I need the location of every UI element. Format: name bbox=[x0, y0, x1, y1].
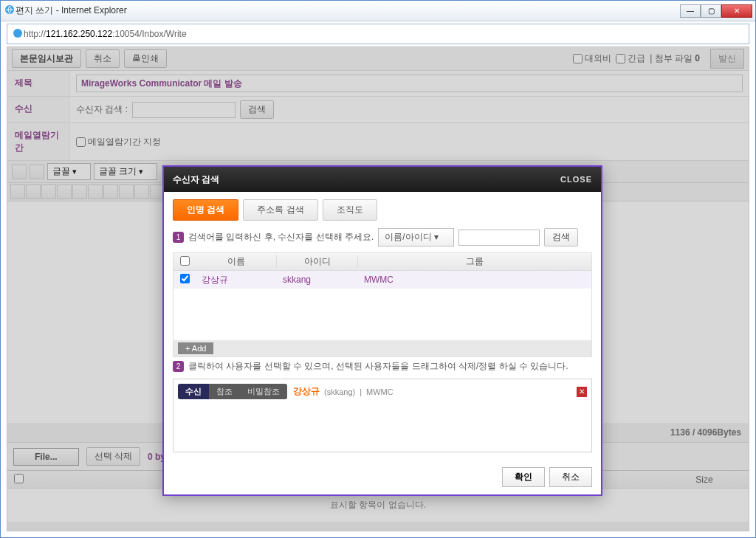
step-1-row: 1 검색어를 입력하신 후, 수신자를 선택해 주세요. 이름/아이디 ▾ 검색 bbox=[173, 228, 592, 246]
modal-header: 수신자 검색 CLOSE bbox=[164, 167, 601, 192]
col-group: 그룹 bbox=[358, 255, 591, 268]
sel-name: 강상규 bbox=[293, 385, 320, 398]
sel-group: MWMC bbox=[366, 387, 394, 396]
search-tabs: 인명 검색 주소록 검색 조직도 bbox=[173, 199, 592, 221]
url-path: :10054/Inbox/Write bbox=[112, 29, 187, 39]
tab-to[interactable]: 수신 bbox=[178, 384, 209, 399]
url-text: http://121.162.250.122:10054/Inbox/Write bbox=[24, 29, 187, 39]
row-checkbox[interactable] bbox=[180, 274, 190, 283]
tab-org-chart[interactable]: 조직도 bbox=[323, 199, 377, 221]
search-keyword-input[interactable] bbox=[458, 230, 540, 246]
selected-recipient[interactable]: 강상규 (skkang) | MWMC bbox=[293, 385, 394, 398]
selected-area: 수신 참조 비밀참조 강상규 (skkang) | MWMC ✕ bbox=[173, 379, 592, 452]
step-2-badge: 2 bbox=[173, 361, 184, 372]
step-2-text: 클릭하여 사용자를 선택할 수 있으며, 선택된 사용자들을 드래그하여 삭제/… bbox=[188, 360, 568, 373]
recipient-search-modal: 수신자 검색 CLOSE 인명 검색 주소록 검색 조직도 1 검색어를 입력하… bbox=[162, 165, 602, 496]
search-type-select[interactable]: 이름/아이디 ▾ bbox=[378, 228, 454, 246]
recipient-type-tabs: 수신 참조 비밀참조 bbox=[178, 384, 287, 399]
maximize-button[interactable]: ▢ bbox=[701, 4, 721, 18]
table-row[interactable]: 강상규 skkang MWMC bbox=[173, 271, 591, 289]
modal-search-button[interactable]: 검색 bbox=[544, 228, 578, 246]
page-icon bbox=[12, 27, 24, 41]
modal-cancel-button[interactable]: 취소 bbox=[549, 467, 592, 487]
address-bar[interactable]: http://121.162.250.122:10054/Inbox/Write bbox=[7, 24, 749, 44]
step-1-text: 검색어를 입력하신 후, 수신자를 선택해 주세요. bbox=[188, 231, 374, 244]
sel-id: (skkang) bbox=[324, 387, 355, 396]
step-2-row: 2 클릭하여 사용자를 선택할 수 있으며, 선택된 사용자들을 드래그하여 삭… bbox=[173, 360, 592, 373]
modal-footer: 확인 취소 bbox=[164, 460, 601, 494]
step-1-badge: 1 bbox=[173, 232, 184, 243]
window-controls: — ▢ ✕ bbox=[680, 4, 752, 18]
url-host: 121.162.250.122 bbox=[46, 29, 112, 39]
remove-recipient-button[interactable]: ✕ bbox=[577, 387, 587, 397]
ie-icon bbox=[4, 4, 16, 18]
col-name: 이름 bbox=[196, 255, 277, 268]
url-scheme: http:// bbox=[24, 29, 46, 39]
page-content: 본문임시보관 취소 🖶인쇄 대외비 긴급 | 첨부 파일 0 발신 제목 수신 … bbox=[7, 46, 749, 531]
result-table: 이름 아이디 그룹 강상규 skkang MWMC + Add bbox=[173, 252, 592, 357]
col-id: 아이디 bbox=[277, 255, 358, 268]
add-button[interactable]: + Add bbox=[178, 342, 213, 354]
modal-close-button[interactable]: CLOSE bbox=[560, 175, 592, 184]
sel-sep: | bbox=[360, 387, 362, 396]
modal-ok-button[interactable]: 확인 bbox=[502, 467, 545, 487]
window-title: 편지 쓰기 - Internet Explorer bbox=[16, 4, 680, 17]
svg-point-1 bbox=[13, 29, 22, 38]
result-select-all-checkbox[interactable] bbox=[180, 256, 190, 266]
titlebar: 편지 쓰기 - Internet Explorer — ▢ ✕ bbox=[1, 1, 755, 21]
tab-bcc[interactable]: 비밀참조 bbox=[240, 384, 287, 399]
tab-cc[interactable]: 참조 bbox=[209, 384, 240, 399]
close-button[interactable]: ✕ bbox=[721, 4, 752, 18]
minimize-button[interactable]: — bbox=[680, 4, 701, 18]
tab-name-search[interactable]: 인명 검색 bbox=[173, 199, 238, 221]
row-name: 강상규 bbox=[196, 274, 277, 286]
app-window: 편지 쓰기 - Internet Explorer — ▢ ✕ http://1… bbox=[0, 0, 756, 538]
row-group: MWMC bbox=[358, 275, 591, 285]
row-id: skkang bbox=[277, 275, 358, 285]
tab-addressbook[interactable]: 주소록 검색 bbox=[243, 199, 317, 221]
modal-title: 수신자 검색 bbox=[173, 173, 219, 186]
